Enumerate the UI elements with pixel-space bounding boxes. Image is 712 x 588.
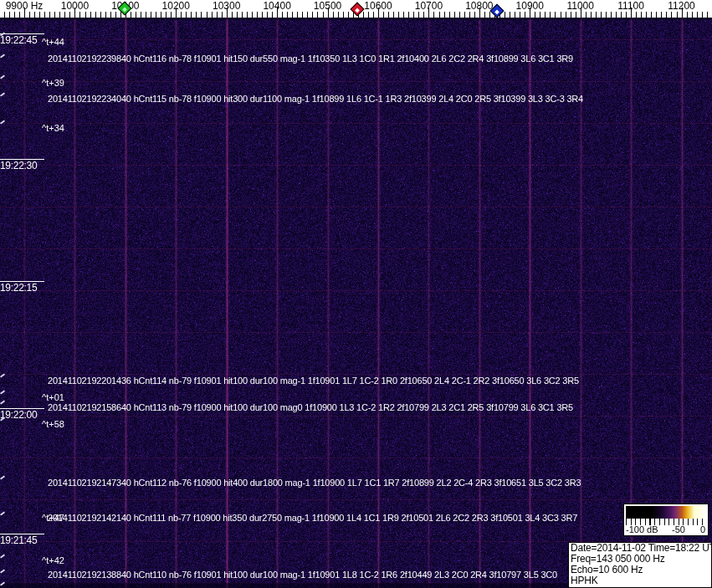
ruler-tick [4,12,5,18]
status-info-box: Date=2014-11-02 Time=18:22 UTC Freq=143 … [568,542,712,588]
ruler-tick [697,12,698,18]
ruler-tick [302,12,303,18]
ruler-tick [515,12,515,18]
ruler-label: 10000 [61,0,89,12]
ruler-tick [292,12,293,18]
ruler-tick [19,12,20,18]
ruler-tick [338,12,339,18]
ruler-tick [267,12,268,18]
ruler-tick [611,12,612,18]
ruler-tick [423,12,424,18]
ruler-tick [566,12,566,18]
ruler-tick [287,12,288,18]
ruler-tick [85,12,86,18]
ruler-tick [439,12,440,18]
ruler-tick [105,12,106,18]
ruler-tick [186,12,187,18]
ruler-tick [217,12,218,18]
ruler-tick [398,12,399,18]
ruler-tick [237,12,238,18]
ruler-tick [212,12,213,18]
red-diamond-marker-core [355,8,360,13]
ruler-tick [621,12,622,18]
ruler-tick [510,12,510,18]
color-scale-labels: -100 dB -50 0 [624,525,708,536]
ruler-tick [95,12,96,18]
green-diamond-marker-core [122,8,127,13]
ruler-tick [44,12,45,18]
ruler-tick [297,12,298,18]
ruler-tick [418,12,419,18]
ruler-tick [413,12,414,18]
ruler-tick [222,12,223,18]
ruler-tick [262,12,263,18]
ruler-tick [201,12,202,18]
ruler-tick [687,12,688,18]
ruler-tick [454,12,455,18]
ruler-tick [464,12,465,18]
ruler-tick [388,12,389,18]
ruler-tick [29,12,30,18]
ruler-tick [136,12,136,18]
color-scale-gradient [626,506,706,519]
ruler-tick [469,12,470,18]
ruler-tick [601,12,602,18]
ruler-tick [272,12,273,18]
ruler-tick [383,12,384,18]
ruler-tick [520,12,520,18]
ruler-tick [90,12,91,18]
ruler-tick [489,12,490,18]
ruler-tick [115,12,116,18]
ruler-tick [307,12,308,18]
ruler-label: 9900 Hz [6,0,44,12]
ruler-tick [232,12,233,18]
ruler-tick [505,12,505,18]
ruler-tick [156,12,156,18]
ruler-tick [656,12,657,18]
ruler-tick [64,12,65,18]
ruler-tick [252,12,253,18]
ruler-tick [571,12,571,18]
ruler-tick [576,12,576,18]
ruler-tick [692,12,693,18]
ruler-tick [606,12,607,18]
ruler-tick [282,12,283,18]
ruler-label: 10700 [415,0,443,12]
ruler-tick [661,12,662,18]
ruler-tick [596,12,597,18]
ruler-tick [247,12,248,18]
ruler-tick [666,12,667,18]
ruler-tick [39,12,40,18]
ruler-tick [373,12,374,18]
ruler-tick [191,12,192,18]
ruler-tick [591,12,592,18]
ruler-tick [242,12,243,18]
spectrogram-display[interactable] [0,18,712,588]
ruler-tick [393,12,394,18]
ruler-tick [646,12,647,18]
ruler-tick [449,12,450,18]
ruler-tick [636,12,637,18]
blue-diamond-marker-core [494,10,499,15]
ruler-tick [323,12,324,18]
ruler-tick [474,12,475,18]
ruler-tick [540,12,540,18]
ruler-label: 10600 [364,0,392,12]
ruler-tick [59,12,60,18]
ruler-tick [363,12,364,18]
ruler-label: 10500 [314,0,341,12]
ruler-tick [171,12,172,18]
ruler-tick [545,12,546,18]
ruler-tick [702,12,703,18]
ruler-label: 10200 [162,0,190,12]
ruler-tick [671,12,672,18]
ruler-tick [651,12,652,18]
ruler-tick [555,12,556,18]
ruler-tick [525,12,525,18]
ruler-tick [677,12,678,18]
legend-min-label: -100 dB [626,524,658,534]
station-id: HPHK [571,575,709,586]
ruler-tick [207,12,207,18]
ruler-tick [257,12,258,18]
ruler-tick [110,12,111,18]
